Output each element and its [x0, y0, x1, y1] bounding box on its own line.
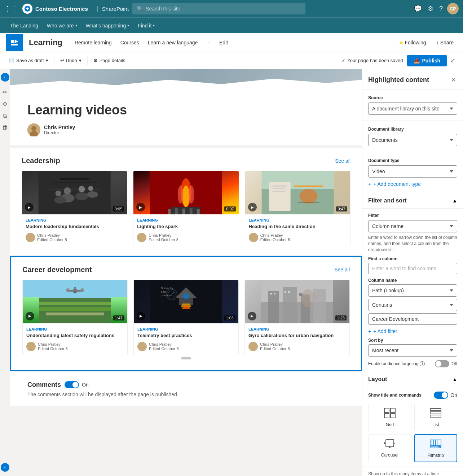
card-career-3: ▶ 1:23 Learning Gyro calibrations for ur…: [244, 280, 350, 355]
svg-rect-27: [182, 209, 185, 214]
layout-option-filmstrip[interactable]: Filmstrip: [414, 434, 458, 462]
layout-option-carousel[interactable]: Carousel: [368, 434, 411, 462]
show-title-toggle-area[interactable]: On: [434, 392, 457, 399]
document-type-select[interactable]: Video: [368, 165, 457, 178]
card-author-info-5: Chris Pratley Edited October 8: [149, 342, 179, 351]
play-btn-1[interactable]: ▶: [25, 203, 34, 211]
expand-button[interactable]: ⤢: [448, 55, 457, 66]
layout-option-list[interactable]: List: [414, 404, 458, 431]
publish-button[interactable]: 📤 Publish: [407, 55, 447, 66]
following-button[interactable]: ★ Following: [395, 38, 430, 48]
page-nav-courses[interactable]: Courses: [117, 38, 143, 48]
waffle-icon[interactable]: ⋮⋮: [4, 5, 17, 13]
add-section-top-button[interactable]: +: [1, 73, 9, 82]
plus-icon: +: [368, 181, 371, 187]
toolbar-divider-1: [54, 56, 54, 65]
play-btn-6[interactable]: ▶: [248, 312, 256, 320]
site-nav-item-landing[interactable]: The Landing: [6, 18, 43, 34]
svg-rect-70: [270, 293, 272, 294]
search-input[interactable]: [146, 6, 301, 12]
audience-toggle-area[interactable]: Off: [435, 360, 457, 367]
play-btn-3[interactable]: ▶: [248, 203, 257, 211]
settings-button[interactable]: ⚙: [426, 3, 435, 14]
layout-content: Show title and commands On: [362, 387, 463, 467]
avatar[interactable]: CP: [447, 3, 459, 14]
move-tool-icon[interactable]: ✥: [1, 99, 9, 109]
edit-tool-icon[interactable]: ✏: [1, 87, 9, 97]
path-lookup-select[interactable]: Path (Lookup): [368, 284, 457, 297]
card-title-3: Heading in the same direction: [249, 224, 347, 230]
show-title-toggle[interactable]: [434, 392, 448, 399]
hero-content: Learning videos Chris Pratley Director: [27, 102, 345, 136]
svg-point-10: [54, 196, 66, 204]
svg-rect-76: [384, 408, 389, 412]
sort-by-select[interactable]: Most recent: [368, 344, 457, 357]
help-button[interactable]: ?: [438, 4, 444, 14]
add-document-type-button[interactable]: + + Add document type: [368, 181, 421, 187]
svg-point-84: [389, 446, 391, 448]
play-btn-5[interactable]: ▶: [137, 312, 145, 320]
svg-rect-78: [384, 414, 389, 418]
page-nav-remote[interactable]: Remote learning: [71, 38, 115, 48]
add-section-bottom-button[interactable]: +: [1, 463, 9, 472]
panel-close-button[interactable]: ✕: [450, 75, 457, 85]
site-nav-item-find[interactable]: Find it ▾: [133, 18, 159, 34]
contains-select[interactable]: Contains: [368, 299, 457, 311]
page-logo: [6, 34, 23, 51]
filter-sort-section-header[interactable]: Filter and sort ▲: [362, 193, 463, 209]
svg-point-21: [182, 185, 190, 207]
delete-tool-icon[interactable]: 🗑: [1, 123, 9, 132]
page-details-button[interactable]: ⚙ Page details: [91, 56, 128, 65]
filter-column-select[interactable]: Column name: [368, 220, 457, 232]
resize-handle[interactable]: [22, 355, 350, 362]
app-logo: [22, 4, 32, 14]
svg-marker-85: [384, 442, 385, 444]
site-nav-item-happening[interactable]: What's happening ▾: [81, 18, 134, 34]
toggle-switch-comments[interactable]: On: [65, 381, 89, 388]
notification-button[interactable]: 💬: [413, 3, 423, 14]
play-btn-4[interactable]: ▶: [26, 312, 34, 320]
page-nav-language[interactable]: Learn a new language: [144, 38, 202, 48]
carousel-icon: [384, 438, 396, 450]
svg-rect-7: [39, 171, 111, 214]
layout-option-grid[interactable]: Grid: [368, 404, 411, 431]
copy-tool-icon[interactable]: ⧉: [1, 111, 8, 121]
svg-point-14: [79, 186, 85, 192]
sort-by-label: Sort by: [368, 338, 457, 343]
svg-rect-18: [53, 182, 96, 183]
leadership-see-all[interactable]: See all: [335, 158, 350, 164]
share-button[interactable]: ↑ Share: [433, 38, 457, 48]
layout-section-header[interactable]: Layout ▲: [362, 372, 463, 387]
comments-toggle[interactable]: [65, 381, 79, 388]
document-library-select[interactable]: Documents: [368, 134, 457, 146]
search-box[interactable]: 🔍: [132, 3, 305, 14]
card-author-info-1: Chris Pratley Edited October 8: [37, 233, 67, 242]
career-see-all[interactable]: See all: [334, 267, 350, 272]
filter-value-input[interactable]: [368, 313, 457, 325]
add-filter-label: + Add filter: [373, 328, 397, 334]
thumb-career-3: ▶ 1:23: [245, 280, 349, 323]
card-author-4: Chris Pratley Edited October 8: [26, 342, 124, 351]
page-nav-more[interactable]: ···: [203, 38, 214, 48]
card-tag-5: Learning: [137, 327, 235, 331]
page-details-icon: ⚙: [93, 58, 98, 63]
page-nav-edit[interactable]: Edit: [216, 38, 232, 48]
card-author-avatar-3: [249, 233, 258, 242]
svg-rect-88: [432, 440, 432, 446]
find-column-input[interactable]: [368, 263, 457, 274]
source-select[interactable]: A document library on this site: [368, 102, 457, 115]
comments-description: The comments section will be displayed a…: [27, 392, 345, 397]
audience-toggle[interactable]: [435, 360, 449, 367]
save-draft-button[interactable]: 📄 Save as draft ▾: [6, 56, 51, 65]
dropdown-arrow-icon: ▾: [46, 58, 48, 63]
add-filter-button[interactable]: + + Add filter: [368, 328, 397, 334]
site-nav-item-who[interactable]: Who we are ▾: [43, 18, 81, 34]
brand-logo-area[interactable]: Contoso Electronics: [22, 4, 88, 14]
page-header: Learning Remote learning Courses Learn a…: [0, 33, 463, 52]
duration-2: 0:07: [224, 206, 235, 211]
undo-button[interactable]: ↩ Undo ▾: [57, 56, 84, 65]
card-tag-6: Learning: [248, 327, 346, 331]
mountain-background: [10, 69, 362, 98]
webpart-header-leadership: Leadership See all: [22, 157, 350, 165]
audience-info-icon[interactable]: i: [420, 361, 425, 366]
